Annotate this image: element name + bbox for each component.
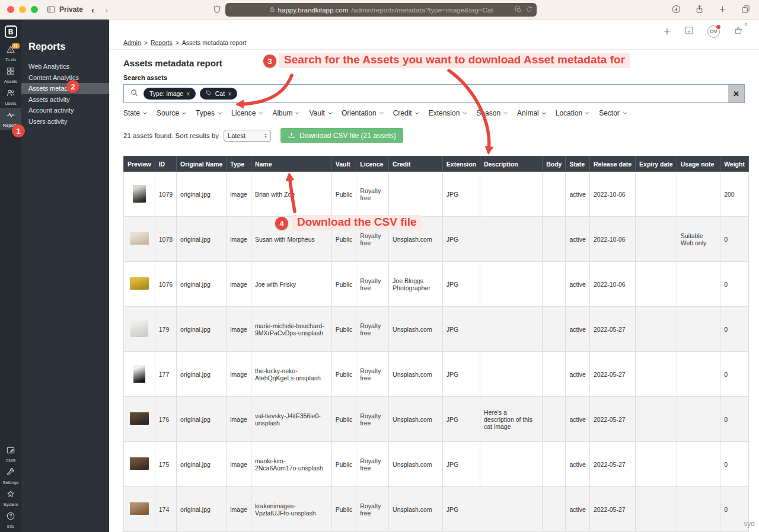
asset-thumbnail[interactable] [130,321,148,337]
cell-type: image [227,397,251,442]
remove-tag-icon[interactable]: x [228,91,231,97]
sidebar-toggle-icon[interactable] [46,5,56,14]
filter-source[interactable]: Source [157,109,187,117]
filter-label: Credit [393,109,412,117]
column-header-extension: Extension [442,156,480,172]
filter-location[interactable]: Location [556,109,590,117]
forward-button[interactable]: › [105,5,108,15]
column-header-expiry-date: Expiry date [636,156,677,172]
breadcrumb-admin-link[interactable]: Admin [123,39,141,46]
filter-state[interactable]: State [123,109,148,117]
search-tag-cat[interactable]: Catx [200,88,237,100]
filter-album[interactable]: Album [272,109,300,117]
sidebar-item-reports[interactable]: Reports [0,108,21,130]
downloads-icon[interactable] [671,4,681,17]
chevron-down-icon [622,111,627,115]
sidebar-item-to-do[interactable]: 11To do [0,42,21,64]
reports-nav-item-account-activity[interactable]: Account activity [21,105,109,116]
sidebar-item-assets[interactable]: Assets [0,64,21,86]
tab-overview-icon[interactable] [741,4,751,17]
column-header-description: Description [480,156,543,172]
table-row: 175original.jpgimagemanki-kim-2Nca6Aum17… [124,442,749,487]
cell-extension: JPG [442,442,480,487]
asset-thumbnail[interactable] [133,365,145,383]
brandkit-logo[interactable]: B [5,25,17,38]
filter-label: Vault [309,109,324,117]
search-input[interactable] [237,85,728,102]
privacy-shield-icon[interactable] [212,5,222,14]
table-row: 1076original.jpgimageJoe with FriskyPubl… [124,262,749,307]
filter-vault[interactable]: Vault [309,109,332,117]
sidebar-item-info[interactable]: Info [0,509,21,531]
filter-sector[interactable]: Sector [599,109,627,117]
column-header-usage-note: Usage note [677,156,720,172]
cell-name: krakenimages-VpzlatUJFfo-unsplash [251,487,331,532]
clear-search-button[interactable]: ✕ [728,85,744,102]
asset-thumbnail[interactable] [130,502,149,515]
asset-thumbnail[interactable] [133,185,146,203]
back-button[interactable]: ‹ [91,5,94,15]
user-avatar[interactable]: DV [707,25,720,38]
chevron-down-icon [327,111,333,115]
cell-usage-note [677,397,720,442]
reload-icon[interactable] [525,5,533,14]
cell-licence: Royalty free [356,307,389,352]
cell-original-name: original.jpg [177,397,227,442]
cell-usage-note: Suitable Web only [677,217,720,262]
cell-body [543,217,566,262]
cell-state: active [566,352,589,397]
reports-nav-item-content-analytics[interactable]: Content Analytics [21,72,109,84]
sidebar-item-settings[interactable]: Settings [0,465,21,487]
filter-animal[interactable]: Animal [517,109,547,117]
cell-body [543,487,566,532]
share-icon[interactable] [694,4,704,17]
cell-name: Joe with Frisky [251,262,331,307]
search-tag-type-image[interactable]: Type: imagex [143,88,196,100]
new-tab-icon[interactable] [717,4,728,17]
remove-tag-icon[interactable]: x [187,91,190,97]
watermark: syd [744,520,755,528]
column-header-type: Type [227,156,251,172]
close-window-button[interactable] [7,6,14,13]
add-icon[interactable]: + [664,26,671,37]
cell-usage-note [677,262,720,307]
asset-thumbnail[interactable] [130,277,149,290]
filter-orientation[interactable]: Orientation [342,109,384,117]
filter-credit[interactable]: Credit [393,109,420,117]
reports-nav-item-assets-metadata[interactable]: Assets metadata [21,83,109,94]
search-box[interactable]: Type: imagexCatx ✕ [123,84,745,103]
translate-icon[interactable]: a [514,5,522,14]
sidebar-item-users[interactable]: Users [0,86,21,108]
search-icon [130,88,139,100]
cell-expiry-date [636,442,677,487]
filter-season[interactable]: Season [476,109,508,117]
cell-body [543,307,566,352]
filter-types[interactable]: Types [196,109,222,117]
filter-extension[interactable]: Extension [429,109,468,117]
reports-nav-item-assets-activity[interactable]: Assets activity [21,94,109,105]
zoom-window-button[interactable] [31,6,38,13]
cell-description [480,217,543,262]
asset-thumbnail[interactable] [130,457,149,470]
reports-nav-item-users-activity[interactable]: Users activity [21,116,109,127]
basket-icon[interactable]: 0 [733,25,744,38]
reports-nav-item-web-analytics[interactable]: Web Analytics [21,61,109,72]
cell-body [543,442,566,487]
sidebar-item-cms[interactable]: CMS [0,443,21,465]
calendar-smiley-icon[interactable] [684,25,694,38]
cell-licence: Royalty free [356,352,389,397]
sidebar-item-system[interactable]: System [0,487,21,509]
filter-label: Licence [231,109,256,117]
column-header-release-date: Release date [589,156,635,172]
breadcrumb-reports-link[interactable]: Reports [151,39,173,46]
asset-thumbnail[interactable] [130,232,149,245]
cell-vault: Public [331,307,356,352]
sort-select[interactable]: Latest [224,130,271,142]
url-bar[interactable]: happy.brandkitapp.com/admin/reports/meta… [225,3,537,17]
cell-type: image [227,172,251,217]
filter-licence[interactable]: Licence [231,109,263,117]
cell-weight: 200 [720,172,749,217]
minimize-window-button[interactable] [19,6,26,13]
download-csv-button[interactable]: Download CSV file (21 assets) [280,128,403,143]
asset-thumbnail[interactable] [130,412,149,425]
